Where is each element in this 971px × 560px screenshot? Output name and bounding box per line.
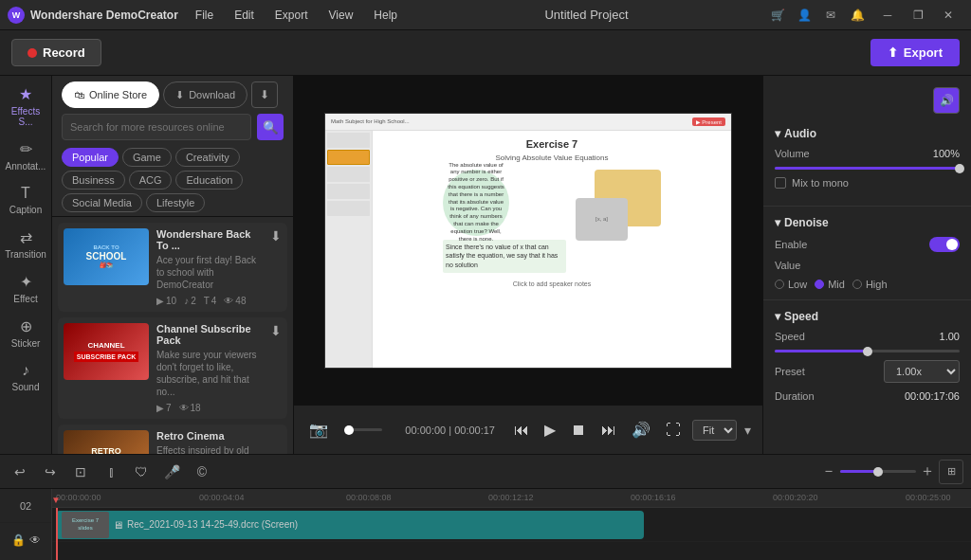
clip-thumbnail: Exercise 7slides <box>62 512 109 538</box>
shield-button[interactable]: 🛡 <box>129 460 154 484</box>
redo-button[interactable]: ↪ <box>38 460 63 484</box>
radio-high[interactable]: High <box>852 279 888 290</box>
radio-mid[interactable]: Mid <box>815 279 845 290</box>
minimize-button[interactable]: ─ <box>872 2 903 28</box>
slide-header: Math Subject for High School... ▶ Presen… <box>325 114 731 131</box>
ruler-mark-1: 00:00:04:04 <box>199 493 245 502</box>
speed-slider[interactable] <box>775 350 960 352</box>
menu-edit[interactable]: Edit <box>225 5 264 26</box>
volume-slider[interactable] <box>775 167 960 170</box>
volume-button[interactable]: 🔊 <box>628 417 654 443</box>
effect-video-1: ▶ 7 <box>156 403 172 413</box>
tl-tracks: Exercise 7slides 🖥 Rec_2021-09-13 14-25-… <box>52 508 971 560</box>
tag-business[interactable]: Business <box>62 171 125 190</box>
effect-download-0[interactable]: ⬇ <box>270 228 282 306</box>
zoom-minus-button[interactable]: － <box>821 461 836 481</box>
zoom-track[interactable] <box>840 470 916 473</box>
fit-timeline-button[interactable]: ⊞ <box>939 460 963 484</box>
menu-help[interactable]: Help <box>364 5 407 26</box>
zoom-plus-button[interactable]: ＋ <box>920 461 935 481</box>
radio-mid-label: Mid <box>828 279 845 290</box>
close-button[interactable]: ✕ <box>933 2 963 28</box>
effect-card-0[interactable]: BACK TO SCHOOL 🎒📚 Wondershare Back To ..… <box>58 223 287 312</box>
online-store-tab[interactable]: 🛍 Online Store <box>62 81 159 108</box>
screenshot-button[interactable]: 📷 <box>305 417 332 443</box>
play-button[interactable]: ▶ <box>540 417 559 443</box>
skip-forward-button[interactable]: ⏭ <box>597 418 620 443</box>
cart-icon[interactable]: 🛒 <box>766 4 789 27</box>
right-panel: 🔊 ▾ Audio Volume 100% <box>762 76 971 454</box>
slider-thumb[interactable] <box>344 425 354 435</box>
download-btn[interactable]: ⬇ <box>251 81 278 108</box>
tl-track-row-main: Exercise 7slides 🖥 Rec_2021-09-13 14-25-… <box>52 508 971 542</box>
effect-card-2[interactable]: RETRO CINEMA 🎬 Retro Cinema Effects insp… <box>58 425 287 454</box>
speed-thumb[interactable] <box>863 347 872 356</box>
tag-game[interactable]: Game <box>122 148 172 167</box>
denoise-section: ▾ Denoise Enable Value Low <box>763 210 971 296</box>
tl-clip-main[interactable]: Exercise 7slides 🖥 Rec_2021-09-13 14-25-… <box>56 511 644 539</box>
restore-button[interactable]: ❐ <box>903 2 933 28</box>
search-input[interactable] <box>62 114 251 140</box>
audio-section-label: Audio <box>784 127 816 140</box>
menu-view[interactable]: View <box>320 5 363 26</box>
playhead[interactable] <box>56 508 58 560</box>
sidebar-item-transition[interactable]: ⇄ Transition <box>3 223 48 265</box>
sidebar-item-caption[interactable]: T Caption <box>3 179 48 221</box>
skip-back-button[interactable]: ⏮ <box>510 418 533 443</box>
zoom-thumb[interactable] <box>873 467 883 477</box>
sidebar-item-effects[interactable]: ★ Effects S... <box>3 80 48 133</box>
fit-select[interactable]: Fit <box>692 420 737 441</box>
stop-button[interactable]: ⏹ <box>567 418 590 443</box>
sidebar-item-annotate[interactable]: ✏ Annotat... <box>3 135 48 177</box>
effect-info-0: Wondershare Back To ... Ace your first d… <box>156 228 263 306</box>
sidebar-item-effect[interactable]: ✦ Effect <box>3 267 48 310</box>
tag-popular[interactable]: Popular <box>62 148 119 167</box>
lock-icon[interactable]: 🔒 <box>11 533 26 547</box>
tag-social-media[interactable]: Social Media <box>62 193 142 212</box>
sidebar-item-sticker[interactable]: ⊕ Sticker <box>3 312 48 354</box>
crop-button[interactable]: ⊡ <box>68 460 93 484</box>
bell-icon[interactable]: 🔔 <box>846 4 869 27</box>
left-sidebar: ★ Effects S... ✏ Annotat... T Caption ⇄ … <box>0 76 52 454</box>
mic-button[interactable]: 🎤 <box>159 460 184 484</box>
app-logo: W Wondershare DemoCreator <box>8 7 178 24</box>
mail-icon[interactable]: ✉ <box>819 4 842 27</box>
volume-thumb[interactable] <box>955 164 964 173</box>
split-button[interactable]: ⫿ <box>99 460 123 484</box>
filter-tags: Popular Game Creativity Business ACG Edu… <box>62 148 284 212</box>
radio-low[interactable]: Low <box>775 279 807 290</box>
tag-lifestyle[interactable]: Lifestyle <box>146 193 205 212</box>
ruler-mark-0: 00:00:00:00 <box>56 493 101 502</box>
menu-bar: File Edit Export View Help <box>186 5 407 26</box>
volume-row: Volume 100% <box>775 148 960 159</box>
user-icon[interactable]: 👤 <box>793 4 815 27</box>
preset-select[interactable]: 1.00x <box>884 360 960 383</box>
mix-to-mono-checkbox[interactable] <box>775 177 786 189</box>
sidebar-item-caption-label: Caption <box>9 205 42 215</box>
export-button[interactable]: ⬆ Export <box>870 39 960 66</box>
eye-icon[interactable]: 👁 <box>29 533 41 547</box>
speed-label: Speed <box>775 331 805 342</box>
record-button[interactable]: Record <box>11 39 101 66</box>
tag-creativity[interactable]: Creativity <box>175 148 240 167</box>
effect-card-1[interactable]: CHANNEL SUBSCRIBE PACK Channel Subscribe… <box>58 317 287 419</box>
tag-education[interactable]: Education <box>175 171 243 190</box>
effect-download-1[interactable]: ⬇ <box>270 323 282 413</box>
denoise-title: ▾ Denoise <box>775 216 960 229</box>
sidebar-item-effects-label: Effects S... <box>7 106 45 127</box>
menu-file[interactable]: File <box>186 5 223 26</box>
timeline-track-label-02: 02 <box>0 489 51 523</box>
download-tab[interactable]: ⬇ Download <box>163 81 247 108</box>
sidebar-item-sound[interactable]: ♪ Sound <box>3 356 48 398</box>
slide-mockup: Math Subject for High School... ▶ Presen… <box>325 114 731 368</box>
playback-slider[interactable] <box>347 428 382 431</box>
menu-export[interactable]: Export <box>266 5 318 26</box>
search-button[interactable]: 🔍 <box>257 114 284 140</box>
tag-acg[interactable]: ACG <box>129 171 173 190</box>
copyright-button[interactable]: © <box>190 460 214 484</box>
fullscreen-button[interactable]: ⛶ <box>662 418 685 443</box>
audio-toggle-btn[interactable]: 🔊 <box>933 87 960 114</box>
denoise-toggle[interactable] <box>929 237 960 252</box>
audio-section: ▾ Audio Volume 100% Mix to mono <box>763 121 971 202</box>
undo-button[interactable]: ↩ <box>8 460 32 484</box>
